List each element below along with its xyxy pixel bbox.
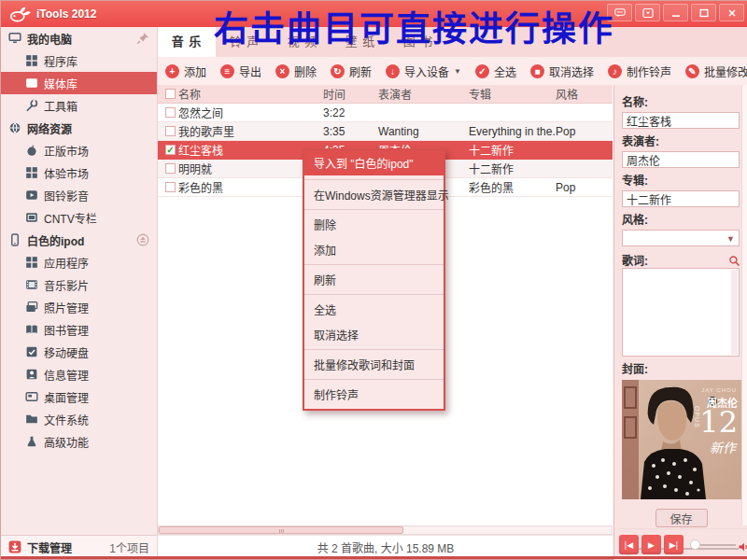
- cell-album: 十二新作: [469, 161, 556, 176]
- apple-icon: [25, 144, 38, 157]
- performer-field[interactable]: [622, 151, 740, 168]
- minimize-button[interactable]: [663, 4, 688, 21]
- download-count: 1个项目: [109, 539, 149, 555]
- sidebar-item[interactable]: 工具箱: [1, 94, 157, 117]
- column-header: 时间: [323, 86, 378, 102]
- folder-icon: [25, 413, 38, 426]
- menu-item[interactable]: 全选: [304, 297, 444, 322]
- sidebar-section-2[interactable]: 白色的ipod: [1, 229, 157, 251]
- scrollbar-thumb[interactable]: [159, 526, 403, 534]
- lyrics-scrollbar[interactable]: [731, 270, 738, 355]
- maximize-button[interactable]: [691, 4, 716, 21]
- horizontal-scrollbar[interactable]: [158, 525, 613, 535]
- speaker-icon: [738, 539, 747, 551]
- toolbar-label: 批量修改歌词和封面: [704, 63, 747, 79]
- volume-knob[interactable]: [690, 539, 700, 550]
- menu-group: 制作铃声: [304, 380, 444, 409]
- tab-音乐[interactable]: 音 乐: [158, 27, 216, 57]
- sidebar-item[interactable]: 信息管理: [1, 363, 157, 385]
- toolbar-label: 制作铃声: [627, 63, 671, 79]
- import-device-icon: ↓: [386, 64, 400, 78]
- sidebar-section-0[interactable]: 我的电脑: [1, 27, 157, 49]
- menu-item[interactable]: 添加: [304, 237, 444, 262]
- scrollbar-grip: [279, 529, 284, 533]
- menu-item[interactable]: 删除: [304, 212, 444, 237]
- chevron-down-icon[interactable]: ▼: [454, 67, 461, 76]
- toolbar-label: 导入设备: [404, 63, 449, 79]
- album-cover: JAY CHOU 周杰伦 OPUS 12 新作: [622, 380, 741, 499]
- menu-item[interactable]: 批量修改歌词和封面: [304, 352, 444, 377]
- volume-slider[interactable]: [690, 539, 747, 552]
- play-button[interactable]: ▶: [641, 535, 661, 554]
- cell-genre: Pop: [556, 181, 613, 194]
- sidebar-item[interactable]: 正版市场: [1, 139, 157, 161]
- table-row[interactable]: 忽然之间3:22: [158, 104, 613, 122]
- sidebar-item[interactable]: 媒体库: [1, 72, 157, 94]
- toolbar-label: 删除: [294, 63, 317, 79]
- skin-menu-button[interactable]: [635, 4, 660, 21]
- cell-genre: Pop: [556, 125, 613, 138]
- sidebar-item[interactable]: 音乐影片: [1, 273, 157, 296]
- menu-item[interactable]: 制作铃声: [304, 382, 444, 407]
- delete-button[interactable]: ×删除: [275, 63, 317, 79]
- download-icon: [8, 540, 21, 553]
- toolbar: +添加≡导出×删除↻刷新↓导入设备▼✓全选■取消选择♪制作铃声✎批量修改歌词和封…: [158, 57, 747, 85]
- row-checkbox[interactable]: [165, 107, 176, 118]
- sidebar-item[interactable]: 移动硬盘: [1, 341, 157, 363]
- sidebar-item[interactable]: 图书管理: [1, 318, 157, 341]
- sidebar-item[interactable]: 高级功能: [1, 430, 157, 453]
- pin-icon[interactable]: [136, 32, 149, 45]
- lyrics-textarea[interactable]: [622, 268, 740, 357]
- import-device-button[interactable]: ↓导入设备▼: [386, 63, 461, 79]
- sidebar-item[interactable]: 照片管理: [1, 296, 157, 318]
- ringtone-button[interactable]: ♪制作铃声: [608, 63, 671, 79]
- export-button[interactable]: ≡导出: [220, 63, 261, 79]
- row-checkbox[interactable]: [165, 126, 176, 136]
- genre-dropdown[interactable]: ▼: [622, 230, 740, 246]
- sidebar-item[interactable]: 应用程序: [1, 251, 157, 273]
- album-field[interactable]: [622, 190, 740, 207]
- sidebar-item-label: 图铃影音: [44, 188, 89, 203]
- book-icon: [25, 323, 38, 336]
- deselect-button[interactable]: ■取消选择: [530, 63, 594, 79]
- download-manager-bar[interactable]: 下载管理 1个项目: [1, 535, 158, 558]
- itools-logo-icon: [8, 6, 33, 22]
- toolbar-label: 添加: [184, 63, 206, 79]
- select-all-button[interactable]: ✓全选: [475, 63, 516, 79]
- toolbar-label: 刷新: [349, 63, 372, 79]
- sidebar-item[interactable]: 体验市场: [1, 161, 157, 184]
- table-header: 名称时间表演者专辑风格: [158, 85, 613, 104]
- menu-item[interactable]: 刷新: [304, 267, 444, 292]
- save-button[interactable]: 保存: [655, 509, 708, 527]
- eject-icon[interactable]: [136, 233, 149, 246]
- status-bar: 共 2 首歌曲, 大小 15.89 MB: [158, 535, 613, 558]
- menu-item[interactable]: 导入到 "白色的ipod": [304, 150, 444, 175]
- refresh-button[interactable]: ↻刷新: [331, 63, 372, 79]
- next-button[interactable]: ▶|: [664, 535, 684, 554]
- batch-edit-button[interactable]: ✎批量修改歌词和封面: [685, 63, 747, 79]
- previous-button[interactable]: |◀: [619, 535, 639, 554]
- name-field[interactable]: [622, 112, 740, 129]
- sidebar-item[interactable]: 程序库: [1, 49, 157, 72]
- film-icon: [25, 77, 38, 90]
- row-checkbox[interactable]: [165, 182, 176, 192]
- column-header: 表演者: [378, 86, 469, 102]
- menu-item[interactable]: 在Windows资源管理器显示: [304, 182, 444, 207]
- row-checkbox[interactable]: [165, 163, 176, 174]
- panel-scrollbar[interactable]: [741, 85, 747, 525]
- close-button[interactable]: [719, 4, 744, 21]
- sidebar-item[interactable]: 图铃影音: [1, 184, 157, 206]
- chevron-down-icon: ▼: [726, 234, 735, 244]
- table-row[interactable]: 我的歌声里3:35WantingEverything in the...Pop: [158, 122, 613, 141]
- add-button[interactable]: +添加: [165, 63, 206, 79]
- select-all-checkbox[interactable]: [165, 89, 176, 99]
- menu-item[interactable]: 取消选择: [304, 322, 444, 347]
- sidebar-item[interactable]: CNTV专栏: [1, 206, 157, 229]
- row-checkbox[interactable]: ✓: [165, 145, 176, 155]
- sidebar-item-label: 工具箱: [44, 98, 78, 114]
- sidebar-item[interactable]: 桌面管理: [1, 385, 157, 408]
- globe-icon: [8, 121, 21, 134]
- search-lyrics-icon[interactable]: [728, 254, 740, 266]
- sidebar-section-1[interactable]: 网络资源: [1, 117, 157, 139]
- sidebar-item[interactable]: 文件系统: [1, 408, 157, 430]
